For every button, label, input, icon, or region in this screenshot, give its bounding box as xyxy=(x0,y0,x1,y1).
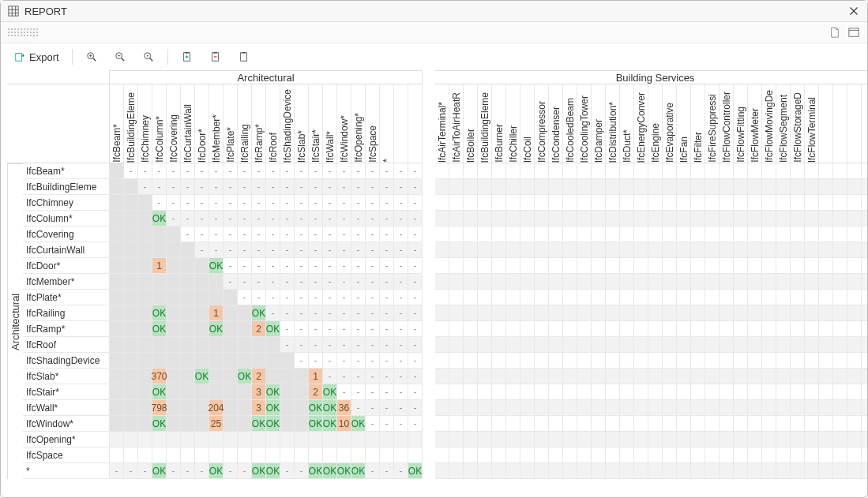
matrix-cell[interactable] xyxy=(748,211,762,227)
column-header[interactable]: IfcWindow* xyxy=(337,84,351,163)
column-header[interactable] xyxy=(819,84,833,163)
matrix-cell[interactable] xyxy=(734,179,748,195)
matrix-cell[interactable]: - xyxy=(138,400,152,416)
matrix-cell[interactable]: OK xyxy=(266,463,280,479)
matrix-cell[interactable] xyxy=(705,290,720,305)
page-icon[interactable] xyxy=(828,25,842,39)
matrix-cell[interactable]: - xyxy=(252,163,266,179)
matrix-cell[interactable] xyxy=(535,179,549,195)
matrix-cell[interactable]: - xyxy=(309,305,323,321)
matrix-cell[interactable]: - xyxy=(224,258,238,274)
matrix-cell[interactable] xyxy=(819,258,833,274)
matrix-cell[interactable]: - xyxy=(366,463,380,479)
matrix-cell[interactable] xyxy=(492,432,506,447)
matrix-cell[interactable] xyxy=(606,274,620,290)
matrix-cell[interactable]: - xyxy=(181,353,195,369)
matrix-cell[interactable]: - xyxy=(366,337,380,353)
matrix-cell[interactable] xyxy=(449,432,464,447)
report-grid-wrap[interactable]: ArchitecturalBuilding ServicesIfcBeam*If… xyxy=(1,70,867,497)
matrix-cell[interactable] xyxy=(776,321,791,337)
matrix-cell[interactable] xyxy=(776,369,791,384)
matrix-cell[interactable] xyxy=(449,463,464,479)
matrix-cell[interactable] xyxy=(648,274,663,290)
matrix-cell[interactable]: - xyxy=(323,274,337,290)
matrix-cell[interactable] xyxy=(791,305,805,321)
matrix-cell[interactable] xyxy=(734,447,748,463)
matrix-cell[interactable] xyxy=(606,337,620,353)
matrix-cell[interactable]: - xyxy=(408,369,423,384)
matrix-cell[interactable]: - xyxy=(252,290,266,305)
matrix-cell[interactable] xyxy=(592,400,606,416)
matrix-cell[interactable] xyxy=(634,242,648,258)
matrix-cell[interactable] xyxy=(606,384,620,400)
matrix-cell[interactable] xyxy=(506,369,520,384)
matrix-cell[interactable] xyxy=(138,195,152,211)
matrix-cell[interactable] xyxy=(862,384,867,400)
matrix-cell[interactable]: - xyxy=(224,463,238,479)
matrix-cell[interactable] xyxy=(677,337,691,353)
matrix-cell[interactable] xyxy=(592,305,606,321)
matrix-cell[interactable] xyxy=(720,369,734,384)
matrix-cell[interactable] xyxy=(478,321,492,337)
matrix-cell[interactable]: - xyxy=(280,337,295,353)
matrix-cell[interactable]: - xyxy=(266,163,280,179)
matrix-cell[interactable] xyxy=(862,416,867,432)
matrix-cell[interactable] xyxy=(238,432,252,447)
matrix-cell[interactable]: - xyxy=(337,163,351,179)
matrix-cell[interactable]: - xyxy=(295,242,309,258)
matrix-cell[interactable]: - xyxy=(309,163,323,179)
matrix-cell[interactable]: - xyxy=(295,463,309,479)
matrix-cell[interactable] xyxy=(606,400,620,416)
matrix-cell[interactable] xyxy=(620,321,634,337)
matrix-cell[interactable]: - xyxy=(394,163,408,179)
matrix-cell[interactable] xyxy=(492,463,506,479)
matrix-cell[interactable] xyxy=(464,400,478,416)
matrix-cell[interactable]: - xyxy=(252,211,266,227)
matrix-cell[interactable] xyxy=(464,384,478,400)
matrix-cell[interactable] xyxy=(734,321,748,337)
matrix-cell[interactable]: - xyxy=(394,305,408,321)
matrix-cell[interactable] xyxy=(776,400,791,416)
matrix-cell[interactable] xyxy=(492,258,506,274)
matrix-cell[interactable]: - xyxy=(380,211,394,227)
matrix-cell[interactable]: - xyxy=(280,305,295,321)
matrix-cell[interactable] xyxy=(224,290,238,305)
matrix-cell[interactable]: - xyxy=(408,400,423,416)
matrix-cell[interactable] xyxy=(492,447,506,463)
matrix-cell[interactable] xyxy=(734,274,748,290)
matrix-cell[interactable] xyxy=(847,305,862,321)
matrix-cell[interactable] xyxy=(677,211,691,227)
matrix-cell[interactable]: - xyxy=(280,258,295,274)
matrix-cell[interactable] xyxy=(762,258,776,274)
matrix-cell[interactable]: - xyxy=(295,211,309,227)
matrix-cell[interactable] xyxy=(734,432,748,447)
matrix-cell[interactable] xyxy=(464,369,478,384)
matrix-cell[interactable] xyxy=(847,242,862,258)
matrix-cell[interactable]: - xyxy=(323,353,337,369)
matrix-cell[interactable] xyxy=(776,274,791,290)
matrix-cell[interactable] xyxy=(748,353,762,369)
matrix-cell[interactable] xyxy=(577,242,592,258)
matrix-cell[interactable] xyxy=(152,447,167,463)
matrix-cell[interactable]: - xyxy=(337,384,351,400)
matrix-cell[interactable] xyxy=(677,179,691,195)
matrix-cell[interactable] xyxy=(805,369,819,384)
matrix-cell[interactable]: - xyxy=(195,290,209,305)
matrix-cell[interactable]: - xyxy=(337,258,351,274)
matrix-cell[interactable]: - xyxy=(309,290,323,305)
matrix-cell[interactable]: - xyxy=(351,384,366,400)
matrix-cell[interactable] xyxy=(506,463,520,479)
matrix-cell[interactable] xyxy=(520,163,535,179)
matrix-cell[interactable] xyxy=(833,179,847,195)
matrix-cell[interactable]: 1 xyxy=(152,258,167,274)
matrix-cell[interactable] xyxy=(663,337,677,353)
row-header[interactable]: IfcOpening* xyxy=(23,432,110,447)
matrix-cell[interactable] xyxy=(266,447,280,463)
matrix-cell[interactable]: - xyxy=(138,384,152,400)
matrix-cell[interactable] xyxy=(720,463,734,479)
matrix-cell[interactable] xyxy=(577,432,592,447)
matrix-cell[interactable] xyxy=(805,353,819,369)
matrix-cell[interactable] xyxy=(478,432,492,447)
clipboard-remove-button[interactable] xyxy=(203,48,228,66)
matrix-cell[interactable] xyxy=(776,432,791,447)
